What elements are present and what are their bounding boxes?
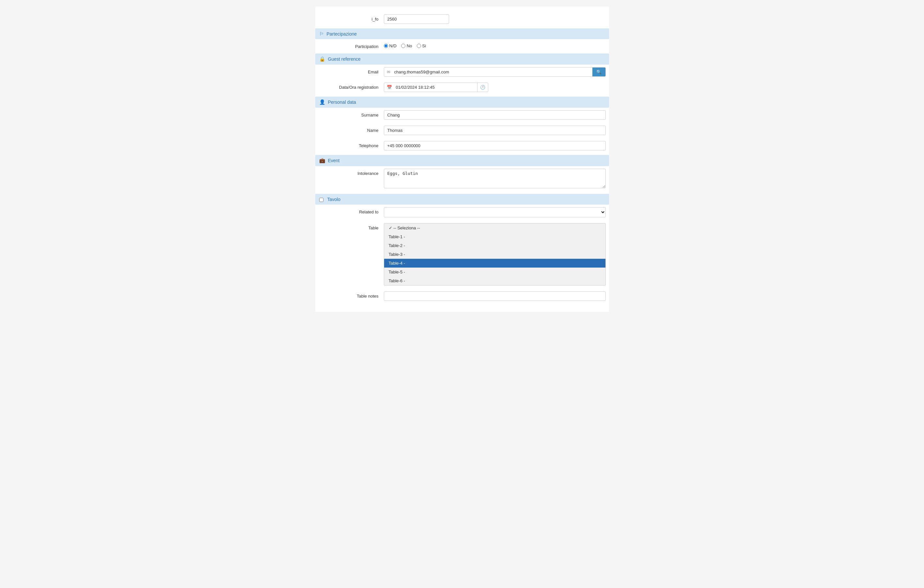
participation-nd-radio[interactable]	[384, 44, 388, 48]
table-notes-input-wrap	[384, 292, 606, 301]
participation-row: Participation N/D No Si	[315, 40, 609, 50]
email-search-button[interactable]: 🔍	[592, 68, 606, 76]
flag-icon: 🏳	[319, 31, 324, 36]
email-input-wrap: ✉ 🔍	[384, 67, 606, 77]
guest-reference-section-header: 🔒 Guest reference	[315, 54, 609, 64]
dropdown-item-table3[interactable]: Table-3 -	[384, 250, 606, 259]
email-input[interactable]	[393, 68, 592, 76]
datetime-input[interactable]	[394, 83, 477, 92]
dropdown-item-table2[interactable]: Table-2 -	[384, 241, 606, 250]
clock-icon: 🕐	[477, 83, 488, 92]
personal-data-section-header: 👤 Personal data	[315, 97, 609, 108]
name-input-wrap	[384, 126, 606, 135]
table-row: Table -- Seleziona -- Table-1 - Table-2 …	[315, 222, 609, 287]
intolerance-input-wrap: Eggs, Glutin	[384, 169, 606, 189]
dropdown-item-table6[interactable]: Table-6 -	[384, 277, 606, 285]
form-container: i_fo 🏳 Partecipazione Participation N/D …	[315, 7, 609, 312]
related-to-label: Related to	[318, 207, 384, 214]
intolerance-textarea[interactable]: Eggs, Glutin	[384, 169, 606, 188]
event-section-header: 💼 Event	[315, 155, 609, 166]
related-to-row: Related to	[315, 206, 609, 219]
related-to-select[interactable]	[384, 208, 606, 217]
table-dropdown-list: -- Seleziona -- Table-1 - Table-2 - Tabl…	[384, 223, 606, 285]
intolerance-row: Intolerance Eggs, Glutin	[315, 167, 609, 191]
related-to-input-wrap	[384, 207, 606, 217]
email-row: Email ✉ 🔍	[315, 66, 609, 78]
tavolo-checkbox[interactable]	[319, 198, 323, 202]
surname-row: Surname	[315, 109, 609, 121]
ifo-input-wrap	[384, 14, 606, 24]
surname-input-wrap	[384, 110, 606, 120]
dropdown-item-table1[interactable]: Table-1 -	[384, 232, 606, 241]
telephone-input[interactable]	[384, 141, 606, 150]
tavolo-section-header: Tavolo	[315, 194, 609, 204]
person-icon: 👤	[319, 99, 325, 105]
lock-icon: 🔒	[319, 56, 325, 62]
ifo-input[interactable]	[384, 14, 449, 24]
surname-input[interactable]	[384, 110, 606, 120]
name-input[interactable]	[384, 126, 606, 135]
checkbox-icon	[319, 196, 323, 202]
email-field-wrap: ✉ 🔍	[384, 67, 606, 77]
datetime-input-wrap: 📅 🕐	[384, 82, 606, 92]
participation-nd-text: N/D	[389, 43, 396, 48]
telephone-row: Telephone	[315, 140, 609, 152]
participation-si-text: Si	[422, 43, 426, 48]
dropdown-item-table5[interactable]: Table-5 -	[384, 268, 606, 277]
participation-label: Participation	[318, 42, 384, 49]
envelope-icon: ✉	[384, 68, 393, 76]
table-notes-label: Table notes	[318, 292, 384, 298]
partecipazione-section-header: 🏳 Partecipazione	[315, 28, 609, 39]
participation-no-radio[interactable]	[401, 44, 405, 48]
table-label: Table	[318, 223, 384, 231]
datetime-label: Data/Ora registration	[318, 82, 384, 90]
telephone-input-wrap	[384, 141, 606, 150]
participation-radio-group: N/D No Si	[384, 42, 606, 48]
calendar-icon: 📅	[384, 83, 394, 92]
datetime-row: Data/Ora registration 📅 🕐	[315, 81, 609, 93]
email-label: Email	[318, 67, 384, 74]
participation-no-label[interactable]: No	[401, 43, 412, 48]
briefcase-icon: 💼	[319, 158, 325, 163]
participation-si-label[interactable]: Si	[417, 43, 426, 48]
intolerance-label: Intolerance	[318, 169, 384, 176]
participation-si-radio[interactable]	[417, 44, 421, 48]
name-row: Name	[315, 124, 609, 137]
participation-no-text: No	[407, 43, 412, 48]
participation-nd-label[interactable]: N/D	[384, 43, 396, 48]
table-notes-row: Table notes	[315, 290, 609, 302]
ifo-label: i_fo	[318, 14, 384, 21]
related-to-field-wrap	[384, 207, 606, 217]
dropdown-item-seleziona[interactable]: -- Seleziona --	[384, 224, 606, 232]
name-label: Name	[318, 126, 384, 133]
surname-label: Surname	[318, 110, 384, 117]
telephone-label: Telephone	[318, 141, 384, 148]
table-notes-input[interactable]	[384, 292, 606, 301]
datetime-field-wrap: 📅 🕐	[384, 82, 488, 92]
dropdown-item-table4[interactable]: Table-4 -	[384, 259, 606, 268]
ifo-row: i_fo	[315, 13, 609, 25]
table-dropdown-wrap: -- Seleziona -- Table-1 - Table-2 - Tabl…	[384, 223, 606, 285]
